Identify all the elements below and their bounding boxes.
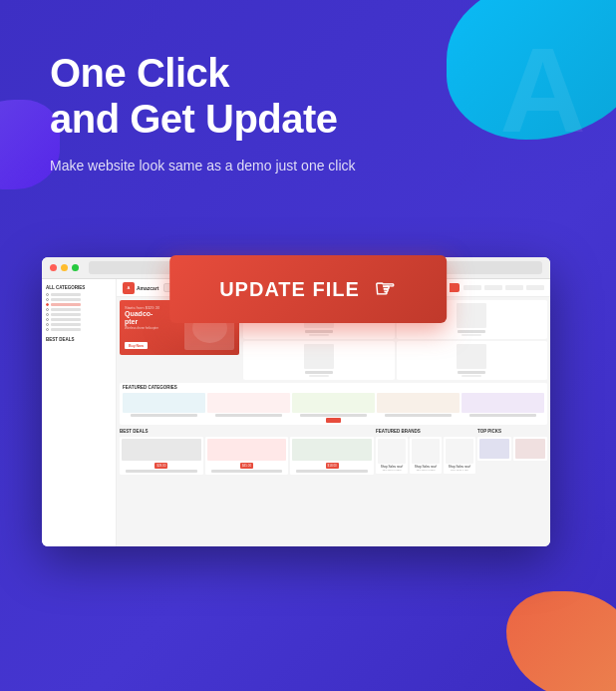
- feat-item-technology: [292, 393, 375, 423]
- product-name-4: [458, 371, 485, 374]
- browser-dot-max: [72, 264, 79, 271]
- brand-2: Shop Sales now! 15% off in 3 days: [410, 437, 442, 474]
- featured-brands-title: FEATURED BRANDS: [376, 429, 475, 434]
- featured-brands-section: FEATURED BRANDS Shop Sales now! 10% off …: [376, 429, 475, 475]
- site-logo: A Amazcart: [123, 282, 159, 294]
- pick-1: [477, 437, 511, 461]
- feat-item-furniture: [123, 393, 205, 423]
- brand-3: Shop Sales now! 20% off in 1 day: [444, 437, 475, 474]
- feat-item-fashion: [377, 393, 460, 423]
- featured-categories-section: FEATURED CATEGORIES: [120, 383, 547, 425]
- header-section: One Click and Get Update Make website lo…: [50, 50, 356, 176]
- nav-link-1: [463, 285, 481, 290]
- best-deals-section: BEST DEALS $29.00 $45.00: [120, 429, 374, 475]
- blob-bottom-right: [506, 591, 616, 691]
- nav-link-2: [484, 285, 502, 290]
- hero-buy-btn: Buy Now: [125, 342, 148, 349]
- best-deals-sidebar: BEST DEALS: [46, 337, 112, 342]
- page-title: One Click and Get Update: [50, 50, 356, 142]
- deal-item-2: $45.00: [205, 437, 289, 475]
- update-file-button[interactable]: UPDATE FILE ☞: [169, 255, 447, 323]
- browser-dot-min: [61, 264, 68, 271]
- category-title: ALL CATEGORIES: [46, 285, 112, 290]
- bottom-section: BEST DEALS $29.00 $45.00: [117, 427, 550, 477]
- product-card-3: [243, 341, 395, 380]
- site-nav-links: [463, 285, 544, 290]
- featured-categories-title: FEATURED CATEGORIES: [123, 385, 544, 390]
- hand-pointer-icon: ☞: [374, 275, 397, 303]
- product-name-1: [305, 330, 333, 333]
- product-card-4: [397, 341, 548, 380]
- nav-link-3: [505, 285, 523, 290]
- page-background: A One Click and Get Update Make website …: [0, 0, 616, 691]
- deal-item-3: $18.00: [290, 437, 374, 475]
- hero-title: Quadco-pter: [125, 310, 159, 325]
- browser-dot-close: [50, 264, 57, 271]
- featured-categories-grid: [123, 393, 544, 423]
- update-file-label: UPDATE FILE: [219, 278, 360, 301]
- page-subtitle: Make website look same as a demo just on…: [50, 156, 356, 176]
- top-picks-section: TOP PICKS: [477, 429, 547, 475]
- product-img-2: [457, 303, 486, 328]
- top-picks-title: TOP PICKS: [477, 429, 547, 434]
- product-img-3: [304, 344, 334, 369]
- product-img-4: [457, 344, 486, 369]
- logo-text: Amazcart: [137, 285, 159, 291]
- site-sidebar: ALL CATEGORIES BEST DEALS: [42, 279, 117, 546]
- picks-items: [477, 437, 547, 461]
- site-search-button: [450, 283, 460, 292]
- pick-2: [513, 437, 547, 461]
- product-name-3: [305, 371, 333, 374]
- feat-item-shirts: [207, 393, 290, 423]
- deal-item-1: $29.00: [120, 437, 203, 475]
- decorative-watermark: A: [499, 30, 586, 150]
- deal-items: $29.00 $45.00 $18.00: [120, 437, 374, 475]
- feat-item-electronics: [462, 393, 544, 423]
- brand-items: Shop Sales now! 10% off in 2 days Shop S…: [376, 437, 475, 474]
- brand-1: Shop Sales now! 10% off in 2 days: [376, 437, 408, 474]
- best-deals-title: BEST DEALS: [120, 429, 374, 434]
- hero-text: Starts from $329.30 Quadco-pter Wireless…: [125, 305, 159, 330]
- product-name-2: [458, 330, 485, 333]
- logo-icon: A: [123, 282, 135, 294]
- nav-link-4: [526, 285, 544, 290]
